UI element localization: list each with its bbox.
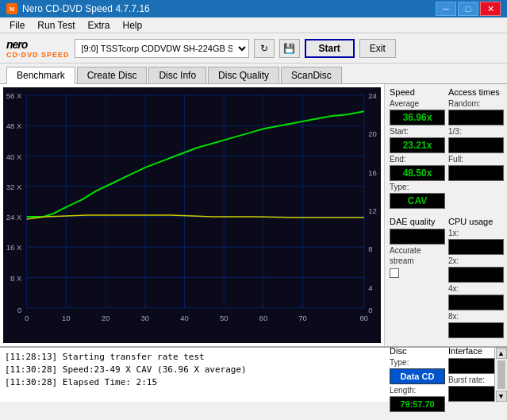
scroll-down-button[interactable]: ▼ — [496, 391, 507, 402]
svg-text:24: 24 — [368, 92, 377, 100]
title-bar: N Nero CD-DVD Speed 4.7.7.16 ─ □ ✕ — [0, 0, 507, 17]
dae-value — [390, 229, 445, 245]
scroll-up-button[interactable]: ▲ — [496, 348, 507, 359]
end-value: 48.50x — [390, 165, 445, 181]
log-entry-1: [11:28:13] Starting transfer rate test — [5, 351, 490, 364]
speed-and-access: Speed Average 36.96x Start: 23.21x End: … — [390, 87, 502, 209]
log-content: [11:28:13] Starting transfer rate test [… — [0, 348, 494, 402]
svg-text:80: 80 — [360, 314, 369, 322]
log-message-3: Elapsed Time: 2:15 — [63, 377, 157, 387]
accurate-stream-row — [390, 268, 445, 278]
cpu-title: CPU usage — [448, 217, 504, 226]
drive-selector[interactable]: [9:0] TSSTcorp CDDVDW SH-224GB SB00 — [75, 39, 249, 58]
toolbar: nero CD·DVD SPEED [9:0] TSSTcorp CDDVDW … — [0, 33, 507, 64]
log-area: [11:28:13] Starting transfer rate test [… — [0, 346, 507, 402]
svg-text:40: 40 — [180, 314, 189, 322]
cpu1x-value — [448, 239, 504, 255]
cpu8x-value — [448, 322, 504, 338]
svg-text:0: 0 — [17, 306, 21, 314]
start-label: Start: — [390, 127, 445, 136]
refresh-button[interactable]: ↻ — [254, 39, 275, 58]
svg-text:50: 50 — [220, 314, 229, 322]
svg-text:8 X: 8 X — [10, 275, 21, 283]
speed-title: Speed — [390, 87, 445, 97]
svg-text:16 X: 16 X — [6, 244, 22, 252]
maximize-button[interactable]: □ — [458, 2, 478, 16]
cpu2x-label: 2x: — [448, 256, 504, 265]
title-bar-left: N Nero CD-DVD Speed 4.7.7.16 — [6, 3, 150, 14]
tab-scan-disc[interactable]: ScanDisc — [281, 67, 342, 83]
app-icon: N — [6, 3, 17, 14]
log-time-1: [11:28:13] — [5, 352, 57, 362]
log-entry-3: [11:30:28] Elapsed Time: 2:15 — [5, 376, 490, 389]
save-button[interactable]: 💾 — [279, 39, 300, 58]
access-times-section: Access times Random: 1/3: Full: — [448, 87, 504, 209]
svg-text:8: 8 — [368, 245, 372, 253]
main-content: 56 X 48 X 40 X 32 X 24 X 16 X 8 X 0 24 2… — [0, 84, 507, 346]
nero-logo: nero CD·DVD SPEED — [6, 38, 70, 59]
svg-text:40 X: 40 X — [6, 153, 22, 161]
tab-disc-info[interactable]: Disc Info — [148, 67, 206, 83]
svg-text:30: 30 — [140, 314, 149, 322]
log-message-1: Starting transfer rate test — [63, 352, 205, 362]
menu-bar: File Run Test Extra Help — [0, 17, 507, 33]
type-label: Type: — [390, 183, 445, 191]
speed-section: Speed Average 36.96x Start: 23.21x End: … — [390, 87, 445, 209]
svg-text:0: 0 — [25, 314, 29, 322]
tab-benchmark[interactable]: Benchmark — [6, 67, 75, 84]
svg-text:60: 60 — [259, 314, 268, 322]
one-third-label: 1/3: — [448, 127, 504, 136]
cpu8x-label: 8x: — [448, 312, 504, 321]
type-value: CAV — [390, 193, 445, 209]
svg-text:56 X: 56 X — [6, 92, 22, 100]
tab-bar: Benchmark Create Disc Disc Info Disc Qua… — [0, 64, 507, 84]
svg-text:0: 0 — [368, 306, 372, 314]
close-button[interactable]: ✕ — [480, 2, 501, 16]
cpu1x-label: 1x: — [448, 229, 504, 237]
svg-text:48 X: 48 X — [6, 123, 22, 131]
menu-help[interactable]: Help — [117, 18, 149, 33]
start-value: 23.21x — [390, 137, 445, 153]
svg-text:12: 12 — [368, 207, 377, 215]
log-entry-2: [11:30:28] Speed:23-49 X CAV (36.96 X av… — [5, 364, 490, 376]
log-time-3: [11:30:28] — [5, 377, 57, 387]
svg-text:10: 10 — [62, 314, 71, 322]
start-button[interactable]: Start — [305, 39, 355, 58]
random-label: Random: — [448, 99, 504, 108]
random-value — [448, 110, 504, 125]
average-label: Average — [390, 99, 445, 108]
scroll-thumb[interactable] — [497, 360, 505, 389]
svg-text:20: 20 — [368, 131, 377, 139]
dae-section: DAE quality Accurate stream — [390, 217, 445, 338]
full-label: Full: — [448, 155, 504, 164]
log-time-2: [11:30:28] — [5, 364, 57, 375]
title-bar-buttons: ─ □ ✕ — [436, 2, 501, 16]
chart-area: 56 X 48 X 40 X 32 X 24 X 16 X 8 X 0 24 2… — [3, 87, 381, 343]
menu-run-test[interactable]: Run Test — [31, 18, 81, 33]
end-label: End: — [390, 155, 445, 164]
minimize-button[interactable]: ─ — [436, 2, 456, 16]
svg-text:32 X: 32 X — [6, 183, 22, 191]
access-times-title: Access times — [448, 87, 504, 97]
dae-title: DAE quality — [390, 217, 445, 226]
accurate-checkbox[interactable] — [390, 268, 399, 278]
right-panel: Speed Average 36.96x Start: 23.21x End: … — [384, 84, 507, 346]
svg-text:24 X: 24 X — [6, 214, 22, 222]
exit-button[interactable]: Exit — [359, 39, 396, 58]
nero-logo-bottom: CD·DVD SPEED — [6, 51, 70, 59]
tab-disc-quality[interactable]: Disc Quality — [208, 67, 279, 83]
cpu-section: CPU usage 1x: 2x: 4x: 8x: — [448, 217, 504, 338]
cpu4x-label: 4x: — [448, 284, 504, 293]
log-message-2: Speed:23-49 X CAV (36.96 X average) — [63, 364, 247, 375]
nero-logo-top: nero — [6, 38, 27, 51]
cpu2x-value — [448, 267, 504, 283]
accurate-label: Accurate — [390, 246, 445, 255]
menu-file[interactable]: File — [3, 18, 31, 33]
svg-text:20: 20 — [102, 314, 110, 322]
dae-and-cpu: DAE quality Accurate stream CPU usage 1x… — [390, 217, 502, 338]
menu-extra[interactable]: Extra — [81, 18, 116, 33]
full-value — [448, 165, 504, 181]
svg-text:16: 16 — [368, 169, 377, 177]
one-third-value — [448, 137, 504, 153]
tab-create-disc[interactable]: Create Disc — [77, 67, 148, 83]
